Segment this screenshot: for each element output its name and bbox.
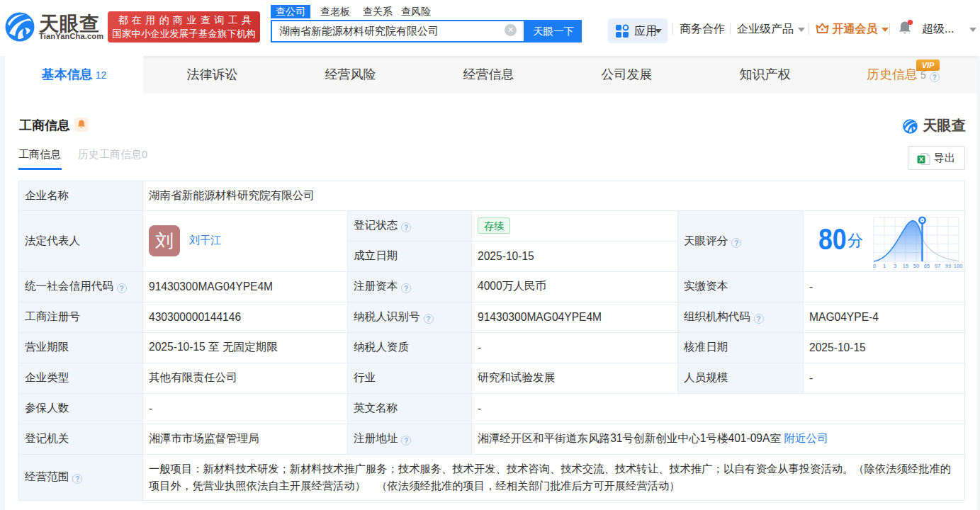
svg-text:0: 0 (873, 263, 876, 269)
svg-text:97: 97 (935, 263, 940, 269)
svg-text:50: 50 (913, 263, 919, 269)
svg-text:100: 100 (954, 263, 963, 269)
svg-text:15: 15 (903, 263, 908, 269)
svg-text:1: 1 (883, 263, 886, 269)
svg-text:99: 99 (945, 263, 951, 269)
svg-text:3: 3 (894, 263, 896, 269)
svg-text:85: 85 (924, 263, 930, 269)
svg-text:X: X (919, 156, 923, 163)
